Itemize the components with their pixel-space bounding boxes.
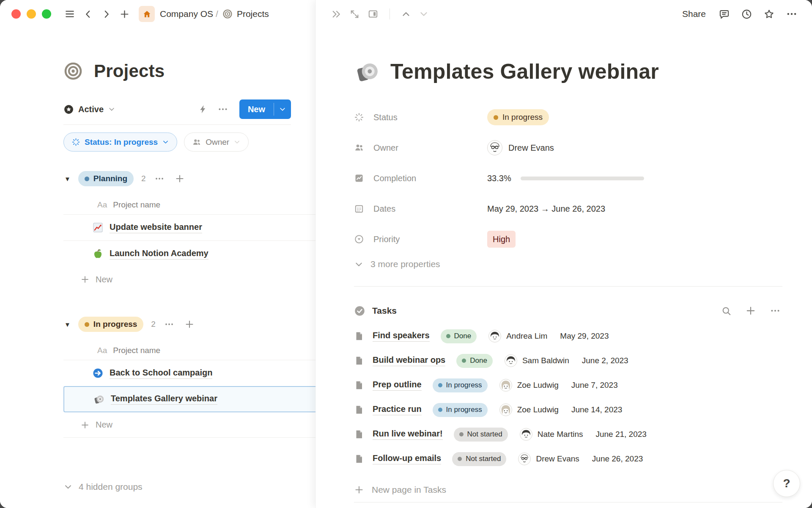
group-toggle[interactable]: ▼ (63, 174, 71, 183)
task-row[interactable]: Follow-up emails Not started Drew Evans … (354, 447, 782, 471)
more-options-button[interactable] (783, 6, 800, 22)
view-options-button[interactable] (216, 102, 230, 116)
new-button[interactable]: New (239, 99, 274, 119)
table-header[interactable]: Aa Project name (63, 196, 315, 214)
table-row[interactable]: Update website banner (63, 214, 315, 240)
task-title[interactable]: Build webinar ops (373, 355, 445, 366)
minimize-window-button[interactable] (27, 9, 36, 19)
updates-button[interactable] (738, 6, 755, 22)
next-page-button[interactable] (417, 7, 431, 21)
chevron-down-icon (66, 486, 71, 488)
group-name: Planning (93, 174, 127, 183)
side-peek-mode-button[interactable] (366, 7, 380, 21)
property-label-owner[interactable]: Owner (354, 143, 487, 153)
task-row[interactable]: Practice run In progress Zoe Ludwig June… (354, 398, 782, 422)
group-add-button[interactable] (173, 172, 187, 185)
table-row[interactable]: Back to School campaign (63, 360, 315, 386)
group-options-button[interactable] (153, 172, 166, 185)
new-page-in-tasks-button[interactable]: New page in Tasks (354, 477, 782, 502)
favorite-button[interactable] (761, 6, 777, 22)
page-content: Templates Gallery webinar Status In prog… (316, 28, 812, 508)
task-row[interactable]: Run live webinar! Not started Nate Marti… (354, 422, 782, 447)
hidden-groups-toggle[interactable]: 4 hidden groups (63, 482, 143, 492)
automation-button[interactable] (196, 102, 210, 116)
view-controls-row: Active New (63, 99, 291, 119)
task-row[interactable]: Find speakers Done Andrea Lim May 29, 20… (354, 324, 782, 348)
task-list: Find speakers Done Andrea Lim May 29, 20… (354, 324, 782, 502)
zoom-window-button[interactable] (42, 9, 51, 19)
task-status-badge: Done (456, 354, 493, 368)
chart-increasing-emoji-icon (93, 223, 102, 232)
property-value-completion[interactable]: 33.3% (487, 174, 644, 183)
more-properties-toggle[interactable]: 3 more properties (354, 259, 782, 269)
plus-icon (82, 422, 88, 428)
clock-icon (743, 10, 751, 18)
property-value-owner[interactable]: Drew Evans (487, 140, 554, 155)
table-header[interactable]: Aa Project name (63, 341, 315, 360)
group-add-button[interactable] (183, 318, 196, 331)
property-value-status[interactable]: In progress (487, 109, 549, 125)
add-row-button[interactable]: New (63, 267, 315, 292)
breadcrumb-home[interactable] (139, 6, 155, 22)
property-label-dates[interactable]: Dates (354, 204, 487, 214)
group-in-progress-pill[interactable]: In progress (78, 317, 143, 332)
property-value-priority[interactable]: High (487, 231, 516, 248)
task-date: June 14, 2023 (571, 405, 622, 414)
task-row[interactable]: Prep outline In progress Zoe Ludwig June… (354, 373, 782, 398)
share-button[interactable]: Share (678, 6, 710, 22)
sidebar-toggle-button[interactable] (64, 8, 75, 19)
task-status-badge: In progress (433, 403, 488, 417)
progress-bar (521, 177, 644, 180)
project-title[interactable]: Back to School campaign (110, 368, 212, 379)
add-row-button[interactable]: New (63, 412, 315, 438)
close-window-button[interactable] (11, 9, 21, 19)
project-title[interactable]: Templates Gallery webinar (111, 394, 217, 405)
help-button[interactable]: ? (773, 470, 800, 497)
task-assignee: Drew Evans (518, 453, 579, 465)
group-count: 2 (141, 174, 146, 183)
group-planning-pill[interactable]: Planning (78, 171, 134, 186)
right-topbar: Share (316, 0, 812, 28)
chevron-down-icon (356, 263, 361, 265)
task-title[interactable]: Find speakers (373, 331, 430, 342)
task-title[interactable]: Prep outline (373, 380, 422, 391)
table-row-selected[interactable]: Templates Gallery webinar (63, 386, 315, 412)
new-button-dropdown[interactable] (274, 99, 291, 119)
tasks-title[interactable]: Tasks (354, 305, 397, 317)
property-label-priority[interactable]: Priority (354, 234, 487, 244)
new-page-button[interactable] (119, 9, 130, 19)
tasks-search-button[interactable] (719, 304, 733, 318)
task-title[interactable]: Follow-up emails (373, 453, 441, 464)
tab-active-view[interactable]: Active (63, 104, 115, 115)
open-full-page-button[interactable] (348, 7, 362, 21)
projects-pane: Company OS / Projects Projects Active (0, 0, 315, 508)
column-name-label: Project name (113, 200, 160, 210)
table-row[interactable]: Launch Notion Academy (63, 240, 315, 267)
prev-page-button[interactable] (399, 7, 413, 21)
status-spinner-icon (355, 113, 363, 121)
task-date: June 21, 2023 (595, 430, 646, 439)
property-value-dates[interactable]: May 29, 2023 → June 26, 2023 (487, 204, 605, 214)
target-page-icon[interactable] (63, 61, 83, 81)
task-title[interactable]: Run live webinar! (373, 429, 443, 440)
property-label-completion[interactable]: Completion (354, 173, 487, 183)
project-title[interactable]: Launch Notion Academy (110, 248, 208, 260)
task-title[interactable]: Practice run (373, 404, 422, 415)
nav-back-button[interactable] (83, 9, 93, 19)
task-row[interactable]: Build webinar ops Done Sam Baldwin June … (354, 348, 782, 373)
project-title[interactable]: Update website banner (110, 222, 202, 233)
expand-sidepeek-button[interactable] (329, 7, 343, 21)
filter-owner-chip[interactable]: Owner (184, 133, 249, 152)
property-label-status[interactable]: Status (354, 112, 487, 122)
tasks-add-button[interactable] (743, 304, 758, 318)
breadcrumb-workspace[interactable]: Company OS (160, 9, 213, 19)
group-toggle[interactable]: ▼ (63, 320, 71, 329)
filter-status-chip[interactable]: Status: In progress (63, 133, 177, 152)
breadcrumb-page[interactable]: Projects (237, 9, 269, 19)
chevron-down-icon (164, 141, 167, 143)
group-options-button[interactable] (162, 318, 176, 331)
tasks-options-button[interactable] (768, 304, 782, 318)
lightning-icon (200, 105, 205, 113)
comments-button[interactable] (716, 6, 732, 22)
nav-forward-button[interactable] (101, 9, 112, 19)
